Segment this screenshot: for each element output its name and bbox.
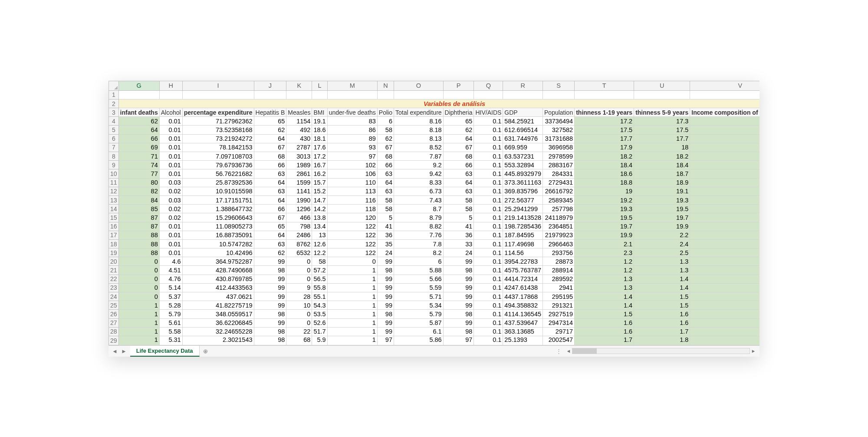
cell[interactable]: 412.4433563: [182, 283, 254, 292]
cell[interactable]: 2.4: [634, 239, 690, 248]
cell[interactable]: 57.2: [312, 266, 327, 275]
cell[interactable]: 56.76221682: [182, 169, 254, 178]
cell[interactable]: 0.01: [159, 134, 182, 143]
cell[interactable]: 0.1: [474, 292, 503, 301]
column-field-header[interactable]: GDP: [503, 108, 543, 117]
cell[interactable]: 7.097108703: [182, 152, 254, 161]
cell[interactable]: 64: [118, 126, 159, 134]
cell[interactable]: 98: [377, 310, 394, 318]
cell[interactable]: 98: [443, 266, 474, 275]
cell[interactable]: 28873: [543, 257, 575, 266]
cell[interactable]: 12.6: [312, 239, 327, 248]
cell[interactable]: 0.454: [690, 152, 760, 161]
cell[interactable]: 80: [118, 178, 159, 187]
cell[interactable]: 19.1: [634, 187, 690, 195]
cell[interactable]: 122: [327, 231, 377, 239]
cell[interactable]: 494.358832: [503, 301, 543, 310]
cell[interactable]: 0.713: [690, 318, 760, 327]
cell[interactable]: 7.87: [394, 152, 443, 161]
row-header[interactable]: 23: [109, 283, 119, 292]
cell[interactable]: 17.17151751: [182, 195, 254, 204]
cell[interactable]: 5.88: [394, 266, 443, 275]
cell[interactable]: 1: [327, 283, 377, 292]
cell[interactable]: 24: [377, 248, 394, 257]
cell[interactable]: 0.721: [690, 310, 760, 318]
sheet-tab-active[interactable]: Life Expectancy Data: [130, 346, 200, 357]
cell[interactable]: 18.1: [312, 134, 327, 143]
column-header-I[interactable]: I: [182, 81, 254, 90]
cell[interactable]: 0: [286, 266, 312, 275]
column-field-header[interactable]: Hepatitis B: [254, 108, 286, 117]
cell[interactable]: 8.33: [394, 178, 443, 187]
row-header[interactable]: 8: [109, 152, 119, 161]
cell[interactable]: 93: [327, 143, 377, 152]
cell[interactable]: 26616792: [543, 187, 575, 195]
cell[interactable]: 113: [327, 187, 377, 195]
cell[interactable]: 373.3611163: [503, 178, 543, 187]
cell[interactable]: 122: [327, 222, 377, 231]
cell[interactable]: 0.1: [474, 327, 503, 336]
cell[interactable]: 3013: [286, 152, 312, 161]
cell[interactable]: 86: [327, 126, 377, 134]
row-header[interactable]: 20: [109, 257, 119, 266]
cell[interactable]: 64: [443, 178, 474, 187]
cell[interactable]: 82: [118, 187, 159, 195]
cell[interactable]: 0.761: [690, 266, 760, 275]
cell[interactable]: 0.696: [690, 336, 760, 345]
cell[interactable]: 2787: [286, 143, 312, 152]
cell[interactable]: 4247.61438: [503, 283, 543, 292]
cell[interactable]: 19.7: [634, 213, 690, 222]
cell[interactable]: 58: [443, 205, 474, 213]
cell[interactable]: 257798: [543, 205, 575, 213]
cell[interactable]: 88: [118, 231, 159, 239]
row-header[interactable]: 10: [109, 169, 119, 178]
cell[interactable]: 293756: [543, 248, 575, 257]
cell[interactable]: 1: [327, 266, 377, 275]
cell[interactable]: 0: [118, 292, 159, 301]
cell[interactable]: 68: [286, 336, 312, 345]
cell[interactable]: 41: [443, 222, 474, 231]
cell[interactable]: 19.7: [575, 222, 634, 231]
column-field-header[interactable]: HIV/AIDS: [474, 108, 503, 117]
cell[interactable]: 73.52358168: [182, 126, 254, 134]
cell[interactable]: 5.86: [394, 336, 443, 345]
cell[interactable]: 8762: [286, 239, 312, 248]
cell[interactable]: 0.703: [690, 327, 760, 336]
cell[interactable]: 64: [254, 231, 286, 239]
cell[interactable]: 0.738: [690, 292, 760, 301]
cell[interactable]: 19.1: [312, 117, 327, 126]
cell[interactable]: 19.5: [634, 205, 690, 213]
cell[interactable]: 0.1: [474, 178, 503, 187]
cell[interactable]: 67: [443, 143, 474, 152]
cell[interactable]: 284331: [543, 169, 575, 178]
cell[interactable]: 0.1: [474, 257, 503, 266]
cell[interactable]: 1599: [286, 178, 312, 187]
column-header-O[interactable]: O: [394, 81, 443, 90]
column-field-header[interactable]: thinness 5-9 years: [634, 108, 690, 117]
cell[interactable]: 1990: [286, 195, 312, 204]
cell[interactable]: [159, 90, 182, 99]
row-header[interactable]: 4: [109, 117, 119, 126]
cell[interactable]: 19.3: [575, 205, 634, 213]
cell[interactable]: 1.5: [634, 292, 690, 301]
cell[interactable]: 63: [443, 169, 474, 178]
cell[interactable]: 6.73: [394, 187, 443, 195]
cell[interactable]: 0.1: [474, 301, 503, 310]
cell[interactable]: 0.415: [690, 187, 760, 195]
cell[interactable]: 1.3: [634, 266, 690, 275]
cell[interactable]: 89: [327, 134, 377, 143]
cell[interactable]: 0: [118, 283, 159, 292]
column-header-K[interactable]: K: [286, 81, 312, 90]
cell[interactable]: 41.82275719: [182, 301, 254, 310]
cell[interactable]: 54.3: [312, 301, 327, 310]
cell[interactable]: 0.03: [159, 195, 182, 204]
cell[interactable]: 5: [377, 213, 394, 222]
cell[interactable]: 187.84595: [503, 231, 543, 239]
cell[interactable]: 0.1: [474, 266, 503, 275]
cell[interactable]: 1: [118, 301, 159, 310]
cell[interactable]: 106: [327, 169, 377, 178]
column-field-header[interactable]: percentage expenditure: [182, 108, 254, 117]
cell[interactable]: 4414.72314: [503, 275, 543, 283]
cell[interactable]: 68: [443, 152, 474, 161]
column-field-header[interactable]: Diphtheria: [443, 108, 474, 117]
